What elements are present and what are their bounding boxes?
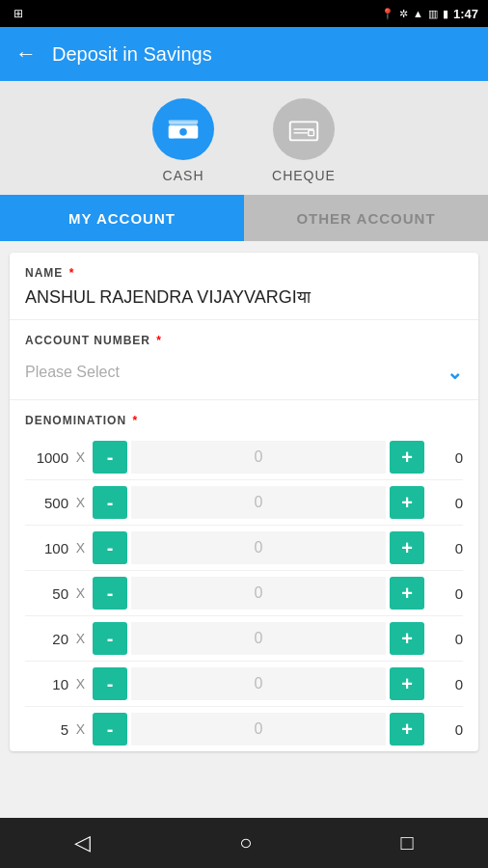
denom-x: X [68,449,93,465]
denom-count-input[interactable] [131,713,386,746]
denom-result: 0 [424,676,463,692]
denom-plus-button[interactable]: + [390,486,424,519]
svg-rect-4 [193,125,199,138]
denom-row: 20 X - + 0 [25,616,463,662]
header: ← Deposit in Savings [0,27,488,81]
denom-row: 1000 X - + 0 [25,435,463,480]
denom-x: X [68,495,93,510]
svg-rect-9 [309,130,314,136]
denom-minus-button[interactable]: - [93,577,127,610]
account-placeholder: Please Select [25,364,120,381]
denom-result: 0 [424,540,463,556]
cheque-icon [285,111,322,148]
page-title: Deposit in Savings [52,43,212,66]
cash-icon [165,111,202,148]
denom-x: X [68,585,93,601]
location-icon: 📍 [381,8,394,20]
denom-plus-button[interactable]: + [390,667,424,700]
account-number-section: ACCOUNT NUMBER * Please Select ⌄ [10,320,478,400]
denom-row: 10 X - + 0 [25,662,463,707]
screen-icon: ⊞ [14,7,23,20]
denomination-rows: 1000 X - + 0 500 X - + 0 100 X - + 0 50 … [25,435,463,751]
my-account-label: MY ACCOUNT [68,210,176,227]
cash-icon-circle [152,98,214,160]
status-time: 1:47 [453,7,478,21]
denom-plus-button[interactable]: + [390,531,424,564]
name-section: NAME * ANSHUL RAJENDRA VIJAYVARGIया [10,253,478,320]
denom-x: X [68,721,93,737]
back-nav-icon[interactable]: ◁ [74,830,91,855]
home-nav-icon[interactable]: ○ [239,830,252,855]
my-account-tab[interactable]: MY ACCOUNT [0,195,244,241]
denom-count-input[interactable] [131,441,386,474]
other-account-label: OTHER ACCOUNT [296,210,435,227]
denom-count-input[interactable] [131,531,386,564]
denom-x: X [68,676,93,692]
denom-minus-button[interactable]: - [93,531,127,564]
status-icons: 📍 ✲ ▲ ▥ ▮ 1:47 [381,7,478,21]
denom-value: 100 [25,540,68,556]
denom-value: 1000 [25,449,68,466]
account-tabs: MY ACCOUNT OTHER ACCOUNT [0,195,488,241]
denom-result: 0 [424,585,463,602]
cheque-icon-circle [273,98,335,160]
svg-rect-3 [169,125,175,138]
denom-minus-button[interactable]: - [93,713,127,746]
denom-row: 100 X - + 0 [25,526,463,571]
denom-minus-button[interactable]: - [93,441,127,474]
denom-result: 0 [424,631,463,647]
svg-rect-5 [170,122,198,125]
account-required: * [152,334,162,347]
denom-minus-button[interactable]: - [93,667,127,700]
denom-result: 0 [424,721,463,738]
denom-count-input[interactable] [131,622,386,655]
denomination-section: DENOMINATION * 1000 X - + 0 500 X - + 0 … [10,400,478,751]
denom-plus-button[interactable]: + [390,441,424,474]
status-bar: ⊞ 📍 ✲ ▲ ▥ ▮ 1:47 [0,0,488,27]
name-required: * [65,266,74,280]
denom-required: * [128,414,138,427]
denom-value: 20 [25,631,68,647]
bluetooth-icon: ✲ [399,8,408,20]
denom-value: 5 [25,721,68,738]
denom-minus-button[interactable]: - [93,622,127,655]
denom-row: 500 X - + 0 [25,480,463,526]
denom-x: X [68,631,93,646]
denom-plus-button[interactable]: + [390,622,424,655]
bottom-nav: ◁ ○ □ [0,818,488,868]
wifi-icon: ▲ [413,8,423,19]
denom-plus-button[interactable]: + [390,713,424,746]
denom-count-input[interactable] [131,667,386,700]
cash-label: CASH [163,168,204,183]
denomination-label: DENOMINATION * [25,414,463,427]
denom-value: 500 [25,495,68,511]
signal-icon: ▥ [428,8,438,20]
denom-count-input[interactable] [131,577,386,610]
name-label: NAME * [25,266,463,280]
account-number-label: ACCOUNT NUMBER * [25,334,463,347]
denom-result: 0 [424,449,463,466]
recent-nav-icon[interactable]: □ [401,830,414,855]
denom-row: 5 X - + 0 [25,707,463,751]
svg-point-2 [179,128,187,136]
cheque-option[interactable]: CHEQUE [272,98,336,183]
denom-minus-button[interactable]: - [93,486,127,519]
denom-value: 50 [25,585,68,602]
chevron-down-icon: ⌄ [447,361,463,384]
cheque-label: CHEQUE [272,168,336,183]
denom-result: 0 [424,495,463,511]
denom-count-input[interactable] [131,486,386,519]
cash-option[interactable]: CASH [152,98,214,183]
denom-value: 10 [25,676,68,692]
back-button[interactable]: ← [15,41,37,67]
form-area: NAME * ANSHUL RAJENDRA VIJAYVARGIया ACCO… [10,253,478,751]
name-value: ANSHUL RAJENDRA VIJAYVARGIया [25,284,463,310]
payment-type-section: CASH CHEQUE [0,81,488,195]
status-bar-left: ⊞ [10,7,375,20]
denom-plus-button[interactable]: + [390,577,424,610]
denom-row: 50 X - + 0 [25,571,463,616]
battery-icon: ▮ [443,8,448,20]
denom-x: X [68,540,93,556]
account-select-row[interactable]: Please Select ⌄ [25,351,463,390]
other-account-tab[interactable]: OTHER ACCOUNT [244,195,488,241]
